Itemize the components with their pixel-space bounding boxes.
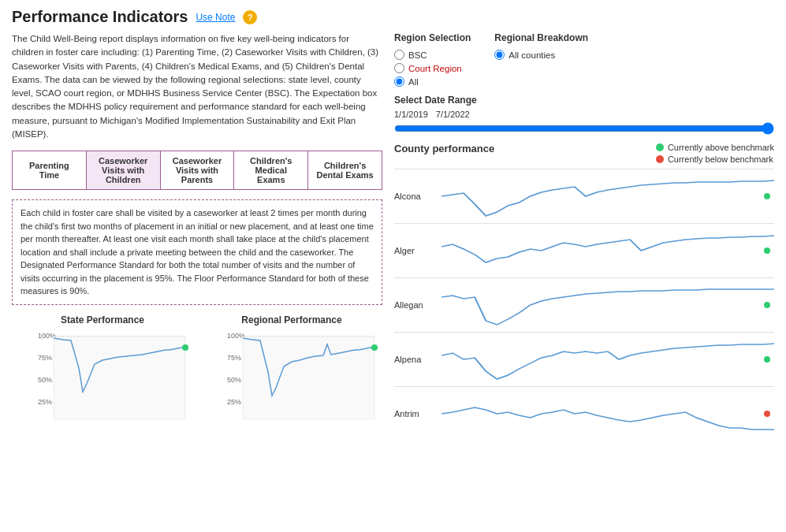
tab-caseworker-parents[interactable]: CaseworkerVisits withParents — [160, 151, 234, 190]
svg-text:75%: 75% — [227, 354, 241, 362]
date-end: 7/1/2022 — [436, 110, 470, 119]
county-name-antrim: Antrim — [394, 409, 441, 419]
all-counties-label: All counties — [508, 50, 555, 60]
bsc-label: BSC — [408, 50, 427, 60]
svg-point-6 — [182, 344, 188, 351]
county-name-alpena: Alpena — [394, 355, 441, 364]
svg-point-13 — [371, 344, 378, 351]
county-name-alger: Alger — [394, 246, 441, 255]
svg-text:100%: 100% — [227, 332, 245, 340]
county-name-allegan: Allegan — [394, 300, 441, 310]
county-row-allegan: Allegan — [394, 277, 774, 332]
below-benchmark-dot — [656, 155, 664, 163]
above-benchmark-label: Currently above benchmark — [668, 143, 774, 152]
description-text: The Child Well-Being report displays inf… — [12, 32, 382, 141]
date-range-label: Select Date Range — [394, 95, 774, 106]
tab-dental[interactable]: Children'sDental Exams — [308, 151, 382, 190]
above-benchmark-dot — [656, 143, 664, 151]
help-icon[interactable]: ? — [243, 10, 257, 24]
svg-text:50%: 50% — [227, 376, 241, 384]
court-radio[interactable] — [394, 63, 404, 73]
court-label: Court Region — [408, 64, 462, 73]
county-perf-title: County performance — [394, 143, 494, 154]
regional-chart-title: Regional Performance — [201, 314, 382, 326]
county-sparkline-alger — [441, 227, 774, 274]
county-sparkline-alcona — [441, 173, 774, 220]
svg-text:100%: 100% — [38, 332, 56, 340]
svg-text:25%: 25% — [38, 398, 52, 406]
use-note-link[interactable]: Use Note — [196, 12, 235, 23]
date-range-slider[interactable] — [394, 122, 774, 135]
county-row-alpena: Alpena — [394, 332, 774, 386]
county-dot-antrim — [764, 411, 770, 417]
below-benchmark-label: Currently below benchmark — [668, 154, 773, 164]
state-chart-title: State Performance — [12, 314, 193, 326]
expectation-text: Each child in foster care shall be visit… — [20, 208, 374, 296]
regional-breakdown-label: Regional Breakdown — [494, 32, 588, 43]
bsc-radio[interactable] — [394, 50, 404, 60]
regional-breakdown-group: Regional Breakdown All counties — [494, 32, 588, 87]
all-counties-radio[interactable] — [494, 50, 505, 60]
county-dot-alpena — [764, 356, 770, 363]
expectation-box: Each child in foster care shall be visit… — [12, 199, 382, 305]
tab-parenting[interactable]: ParentingTime — [13, 151, 87, 190]
date-range-section: Select Date Range 1/1/2019 7/1/2022 — [394, 95, 774, 135]
county-row-alger: Alger — [394, 223, 774, 277]
svg-text:25%: 25% — [227, 398, 241, 406]
county-dot-allegan — [764, 302, 770, 308]
svg-text:50%: 50% — [38, 376, 52, 384]
county-sparkline-alpena — [441, 336, 774, 383]
county-row-antrim: Antrim — [394, 386, 774, 441]
region-selection-group: Region Selection BSC Court Region All — [394, 32, 471, 87]
tab-caseworker-children[interactable]: CaseworkerVisits withChildren — [86, 151, 160, 190]
legend: Currently above benchmark Currently belo… — [656, 143, 774, 164]
county-name-alcona: Alcona — [394, 192, 441, 201]
county-dot-alcona — [764, 193, 770, 199]
county-dot-alger — [764, 247, 770, 254]
indicator-tabs: ParentingTime CaseworkerVisits withChild… — [12, 151, 382, 190]
svg-text:75%: 75% — [38, 354, 52, 362]
county-sparkline-allegan — [441, 281, 774, 329]
county-sparkline-antrim — [441, 390, 774, 437]
county-performance-section: County performance Currently above bench… — [394, 143, 774, 441]
date-start: 1/1/2019 — [394, 110, 428, 119]
state-performance-chart: State Performance 100% 75% 50% 25% — [12, 314, 193, 423]
page-title: Performance Indicators — [12, 8, 188, 26]
all-label: All — [408, 77, 419, 87]
county-row-alcona: Alcona — [394, 169, 774, 223]
tab-medical[interactable]: Children'sMedicalExams — [234, 151, 308, 190]
county-list: Alcona Alger — [394, 169, 774, 441]
all-radio[interactable] — [394, 76, 404, 87]
region-selection-label: Region Selection — [394, 32, 471, 43]
regional-performance-chart: Regional Performance 100% 75% 50% 25% — [201, 314, 382, 423]
